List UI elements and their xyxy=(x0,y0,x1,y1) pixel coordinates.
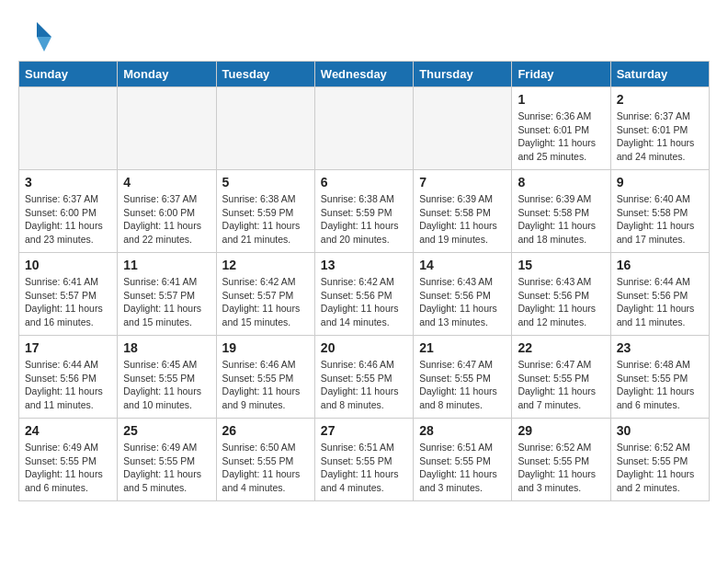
col-header-monday: Monday xyxy=(118,62,216,87)
day-number: 27 xyxy=(321,423,407,438)
day-number: 8 xyxy=(518,175,604,190)
calendar-cell: 24Sunrise: 6:49 AM Sunset: 5:55 PM Dayli… xyxy=(19,419,118,501)
day-number: 11 xyxy=(123,258,210,272)
cell-text: Sunrise: 6:45 AM Sunset: 5:55 PM Dayligh… xyxy=(123,358,210,412)
cell-text: Sunrise: 6:41 AM Sunset: 5:57 PM Dayligh… xyxy=(25,275,111,329)
day-number: 3 xyxy=(25,175,111,190)
cell-text: Sunrise: 6:51 AM Sunset: 5:55 PM Dayligh… xyxy=(419,441,506,495)
calendar-cell: 17Sunrise: 6:44 AM Sunset: 5:56 PM Dayli… xyxy=(19,336,118,419)
week-row-1: 1Sunrise: 6:36 AM Sunset: 6:01 PM Daylig… xyxy=(19,87,710,170)
calendar-cell: 5Sunrise: 6:38 AM Sunset: 5:59 PM Daylig… xyxy=(216,170,314,253)
week-row-4: 17Sunrise: 6:44 AM Sunset: 5:56 PM Dayli… xyxy=(19,336,710,419)
cell-text: Sunrise: 6:49 AM Sunset: 5:55 PM Dayligh… xyxy=(25,441,111,495)
cell-text: Sunrise: 6:38 AM Sunset: 5:59 PM Dayligh… xyxy=(222,192,309,247)
calendar-cell: 2Sunrise: 6:37 AM Sunset: 6:01 PM Daylig… xyxy=(610,87,709,170)
col-header-saturday: Saturday xyxy=(610,62,709,87)
calendar-cell: 8Sunrise: 6:39 AM Sunset: 5:58 PM Daylig… xyxy=(512,170,610,253)
calendar-cell: 6Sunrise: 6:38 AM Sunset: 5:59 PM Daylig… xyxy=(314,170,413,253)
day-number: 23 xyxy=(617,340,703,355)
col-header-friday: Friday xyxy=(512,62,610,87)
day-number: 5 xyxy=(222,175,309,190)
calendar-cell xyxy=(118,87,216,170)
calendar-cell: 20Sunrise: 6:46 AM Sunset: 5:55 PM Dayli… xyxy=(314,336,413,419)
cell-text: Sunrise: 6:46 AM Sunset: 5:55 PM Dayligh… xyxy=(321,358,407,412)
calendar-cell: 28Sunrise: 6:51 AM Sunset: 5:55 PM Dayli… xyxy=(414,419,512,501)
calendar-cell: 22Sunrise: 6:47 AM Sunset: 5:55 PM Dayli… xyxy=(512,336,610,419)
calendar-cell: 30Sunrise: 6:52 AM Sunset: 5:55 PM Dayli… xyxy=(610,419,709,501)
calendar-cell: 23Sunrise: 6:48 AM Sunset: 5:55 PM Dayli… xyxy=(610,336,709,419)
logo-icon xyxy=(18,18,51,52)
calendar-cell xyxy=(216,87,314,170)
calendar-cell: 14Sunrise: 6:43 AM Sunset: 5:56 PM Dayli… xyxy=(414,253,512,336)
cell-text: Sunrise: 6:40 AM Sunset: 5:58 PM Dayligh… xyxy=(617,192,703,247)
calendar-cell: 13Sunrise: 6:42 AM Sunset: 5:56 PM Dayli… xyxy=(314,253,413,336)
day-number: 13 xyxy=(321,258,407,272)
cell-text: Sunrise: 6:38 AM Sunset: 5:59 PM Dayligh… xyxy=(321,192,407,247)
cell-text: Sunrise: 6:39 AM Sunset: 5:58 PM Dayligh… xyxy=(419,192,506,247)
cell-text: Sunrise: 6:48 AM Sunset: 5:55 PM Dayligh… xyxy=(617,358,703,412)
cell-text: Sunrise: 6:39 AM Sunset: 5:58 PM Dayligh… xyxy=(518,192,604,247)
calendar-cell: 3Sunrise: 6:37 AM Sunset: 6:00 PM Daylig… xyxy=(19,170,118,253)
col-header-thursday: Thursday xyxy=(414,62,512,87)
calendar-cell: 7Sunrise: 6:39 AM Sunset: 5:58 PM Daylig… xyxy=(414,170,512,253)
cell-text: Sunrise: 6:37 AM Sunset: 6:01 PM Dayligh… xyxy=(617,109,703,164)
day-number: 19 xyxy=(222,340,309,355)
day-number: 28 xyxy=(419,423,506,438)
day-number: 2 xyxy=(617,92,703,107)
calendar-cell: 16Sunrise: 6:44 AM Sunset: 5:56 PM Dayli… xyxy=(610,253,709,336)
cell-text: Sunrise: 6:49 AM Sunset: 5:55 PM Dayligh… xyxy=(123,441,210,495)
cell-text: Sunrise: 6:41 AM Sunset: 5:57 PM Dayligh… xyxy=(123,275,210,329)
col-header-sunday: Sunday xyxy=(19,62,118,87)
day-number: 17 xyxy=(25,340,111,355)
cell-text: Sunrise: 6:52 AM Sunset: 5:55 PM Dayligh… xyxy=(518,441,604,495)
day-number: 14 xyxy=(419,258,506,272)
calendar-cell: 29Sunrise: 6:52 AM Sunset: 5:55 PM Dayli… xyxy=(512,419,610,501)
cell-text: Sunrise: 6:37 AM Sunset: 6:00 PM Dayligh… xyxy=(25,192,111,247)
calendar-cell: 4Sunrise: 6:37 AM Sunset: 6:00 PM Daylig… xyxy=(118,170,216,253)
calendar-cell: 27Sunrise: 6:51 AM Sunset: 5:55 PM Dayli… xyxy=(314,419,413,501)
week-row-2: 3Sunrise: 6:37 AM Sunset: 6:00 PM Daylig… xyxy=(19,170,710,253)
calendar-cell: 25Sunrise: 6:49 AM Sunset: 5:55 PM Dayli… xyxy=(118,419,216,501)
calendar-cell: 10Sunrise: 6:41 AM Sunset: 5:57 PM Dayli… xyxy=(19,253,118,336)
cell-text: Sunrise: 6:42 AM Sunset: 5:56 PM Dayligh… xyxy=(321,275,407,329)
calendar-cell xyxy=(19,87,118,170)
day-number: 6 xyxy=(321,175,407,190)
cell-text: Sunrise: 6:47 AM Sunset: 5:55 PM Dayligh… xyxy=(518,358,604,412)
day-number: 12 xyxy=(222,258,309,272)
cell-text: Sunrise: 6:43 AM Sunset: 5:56 PM Dayligh… xyxy=(419,275,506,329)
calendar-cell: 26Sunrise: 6:50 AM Sunset: 5:55 PM Dayli… xyxy=(216,419,314,501)
cell-text: Sunrise: 6:36 AM Sunset: 6:01 PM Dayligh… xyxy=(518,109,604,164)
day-number: 15 xyxy=(518,258,604,272)
week-row-3: 10Sunrise: 6:41 AM Sunset: 5:57 PM Dayli… xyxy=(19,253,710,336)
cell-text: Sunrise: 6:43 AM Sunset: 5:56 PM Dayligh… xyxy=(518,275,604,329)
calendar-cell xyxy=(314,87,413,170)
calendar-cell: 18Sunrise: 6:45 AM Sunset: 5:55 PM Dayli… xyxy=(118,336,216,419)
calendar-cell: 9Sunrise: 6:40 AM Sunset: 5:58 PM Daylig… xyxy=(610,170,709,253)
day-number: 10 xyxy=(25,258,111,272)
cell-text: Sunrise: 6:44 AM Sunset: 5:56 PM Dayligh… xyxy=(25,358,111,412)
cell-text: Sunrise: 6:46 AM Sunset: 5:55 PM Dayligh… xyxy=(222,358,309,412)
day-number: 16 xyxy=(617,258,703,272)
cell-text: Sunrise: 6:44 AM Sunset: 5:56 PM Dayligh… xyxy=(617,275,703,329)
day-number: 20 xyxy=(321,340,407,355)
cell-text: Sunrise: 6:37 AM Sunset: 6:00 PM Dayligh… xyxy=(123,192,210,247)
calendar-cell: 19Sunrise: 6:46 AM Sunset: 5:55 PM Dayli… xyxy=(216,336,314,419)
day-number: 26 xyxy=(222,423,309,438)
day-number: 22 xyxy=(518,340,604,355)
day-number: 1 xyxy=(518,92,604,107)
day-number: 4 xyxy=(123,175,210,190)
day-number: 18 xyxy=(123,340,210,355)
calendar-cell: 1Sunrise: 6:36 AM Sunset: 6:01 PM Daylig… xyxy=(512,87,610,170)
calendar-cell: 12Sunrise: 6:42 AM Sunset: 5:57 PM Dayli… xyxy=(216,253,314,336)
day-number: 25 xyxy=(123,423,210,438)
day-number: 9 xyxy=(617,175,703,190)
cell-text: Sunrise: 6:52 AM Sunset: 5:55 PM Dayligh… xyxy=(617,441,703,495)
day-number: 7 xyxy=(419,175,506,190)
calendar-cell: 15Sunrise: 6:43 AM Sunset: 5:56 PM Dayli… xyxy=(512,253,610,336)
calendar-cell: 21Sunrise: 6:47 AM Sunset: 5:55 PM Dayli… xyxy=(414,336,512,419)
day-number: 29 xyxy=(518,423,604,438)
header xyxy=(18,18,710,52)
calendar-cell: 11Sunrise: 6:41 AM Sunset: 5:57 PM Dayli… xyxy=(118,253,216,336)
day-number: 30 xyxy=(617,423,703,438)
cell-text: Sunrise: 6:50 AM Sunset: 5:55 PM Dayligh… xyxy=(222,441,309,495)
